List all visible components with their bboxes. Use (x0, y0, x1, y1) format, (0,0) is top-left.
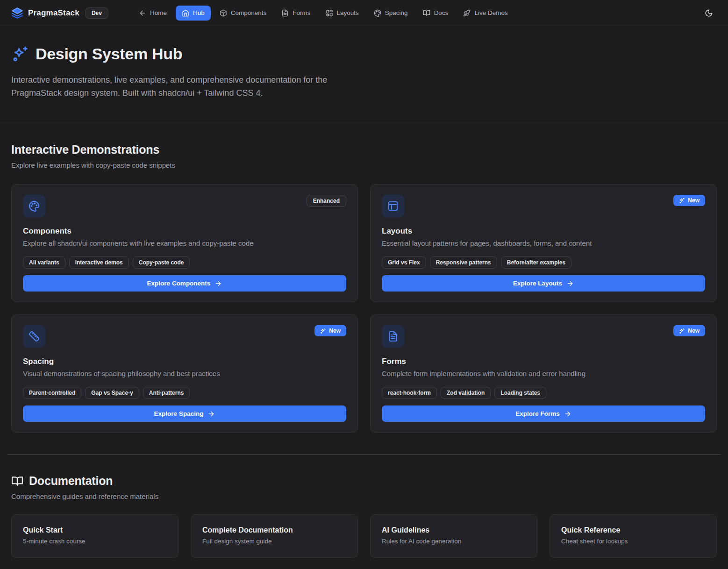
docs-grid: Quick Start 5-minute crash course Comple… (11, 514, 717, 558)
doc-card-title: Complete Documentation (202, 526, 346, 534)
sparkles-icon (320, 328, 326, 334)
nav-item-home[interactable]: Home (133, 6, 173, 21)
nav-item-layouts[interactable]: Layouts (320, 6, 365, 21)
tag: Loading states (494, 387, 546, 399)
ruler-icon (23, 325, 45, 348)
hero-section: Design System Hub Interactive demonstrat… (0, 26, 728, 123)
arrow-right-icon (214, 280, 222, 287)
docs-section-title: Documentation (29, 474, 113, 488)
tag: Gap vs Space-y (85, 387, 139, 399)
arrow-left-icon (139, 9, 146, 17)
theme-toggle-button[interactable] (701, 5, 717, 21)
sparkles-icon (679, 328, 685, 334)
nav-item-components[interactable]: Components (214, 6, 273, 21)
tag: Before/after examples (501, 256, 571, 269)
nav-item-docs[interactable]: Docs (417, 6, 455, 21)
dev-badge: Dev (85, 7, 108, 19)
demo-card-layouts: New Layouts Essential layout patterns fo… (370, 184, 717, 302)
nav-item-spacing[interactable]: Spacing (368, 6, 414, 21)
layers-logo-icon (11, 7, 23, 19)
nav-item-label: Layouts (337, 9, 359, 16)
doc-card-quick-reference[interactable]: Quick Reference Cheat sheet for lookups (550, 514, 717, 558)
tag: Interactive demos (69, 256, 129, 269)
doc-card-description: Cheat sheet for lookups (561, 538, 705, 545)
badge-label: New (688, 197, 699, 204)
button-label: Explore Layouts (513, 280, 562, 287)
tag: Grid vs Flex (382, 256, 426, 269)
book-open-icon (11, 475, 23, 487)
tag: Zod validation (441, 387, 491, 399)
doc-card-ai-guidelines[interactable]: AI Guidelines Rules for AI code generati… (370, 514, 537, 558)
demo-card-forms: New Forms Complete form implementations … (370, 314, 717, 433)
nav-item-label: Spacing (385, 9, 408, 16)
button-label: Explore Forms (515, 410, 560, 417)
card-description: Complete form implementations with valid… (382, 370, 705, 377)
card-title: Forms (382, 357, 705, 366)
nav-item-forms[interactable]: Forms (275, 6, 316, 21)
card-description: Explore all shadcn/ui components with li… (23, 239, 346, 247)
explore-components-button[interactable]: Explore Components (23, 275, 346, 292)
tag: Parent-controlled (23, 387, 81, 399)
doc-card-description: Rules for AI code generation (382, 538, 526, 545)
tag: Responsive patterns (430, 256, 497, 269)
nav-item-live-demos[interactable]: Live Demos (457, 6, 514, 21)
page-subtitle: Interactive demonstrations, live example… (11, 73, 359, 100)
home-icon (182, 9, 189, 17)
tag: Copy-paste code (133, 256, 190, 269)
card-description: Essential layout patterns for pages, das… (382, 239, 705, 247)
section-divider (7, 454, 721, 455)
doc-card-description: Full design system guide (202, 538, 346, 545)
tag: All variants (23, 256, 65, 269)
docs-section: Documentation Comprehensive guides and r… (11, 474, 717, 558)
doc-card-complete-documentation[interactable]: Complete Documentation Full design syste… (191, 514, 358, 558)
brand[interactable]: PragmaStack (11, 7, 79, 19)
badge-label: New (329, 327, 341, 334)
arrow-right-icon (564, 410, 571, 418)
new-badge: New (673, 325, 705, 336)
moon-icon (705, 9, 713, 17)
box-icon (220, 9, 227, 17)
demo-grid: Enhanced Components Explore all shadcn/u… (11, 184, 717, 433)
rocket-icon (463, 9, 471, 17)
arrow-right-icon (566, 280, 574, 287)
book-open-icon (423, 9, 430, 17)
nav-item-label: Hub (193, 9, 205, 16)
doc-card-title: AI Guidelines (382, 526, 526, 534)
card-title: Layouts (382, 227, 705, 236)
demos-section-subtitle: Explore live examples with copy-paste co… (11, 161, 717, 169)
sparkles-icon (679, 198, 685, 204)
brand-name: PragmaStack (28, 8, 79, 18)
page-title: Design System Hub (36, 45, 182, 63)
nav-item-label: Home (150, 9, 167, 16)
tag: Anti-patterns (143, 387, 190, 399)
palette-icon (23, 195, 45, 217)
main-nav: Home Hub Components Forms Layouts (133, 6, 514, 21)
file-text-icon (281, 9, 289, 17)
tag: react-hook-form (382, 387, 437, 399)
explore-forms-button[interactable]: Explore Forms (382, 405, 705, 422)
nav-item-hub[interactable]: Hub (176, 6, 211, 21)
demo-card-spacing: New Spacing Visual demonstrations of spa… (11, 314, 358, 433)
nav-item-label: Live Demos (474, 9, 507, 16)
sparkles-icon (11, 45, 29, 63)
new-badge: New (314, 325, 346, 336)
nav-item-label: Forms (293, 9, 310, 16)
doc-card-title: Quick Reference (561, 526, 705, 534)
enhanced-badge: Enhanced (307, 195, 346, 207)
navbar: PragmaStack Dev Home Hub Components Form (0, 0, 728, 26)
card-title: Spacing (23, 357, 346, 366)
demos-section-title: Interactive Demonstrations (11, 143, 717, 156)
button-label: Explore Spacing (154, 410, 204, 417)
doc-card-title: Quick Start (23, 526, 167, 534)
file-text-icon (382, 325, 404, 348)
doc-card-quick-start[interactable]: Quick Start 5-minute crash course (11, 514, 178, 558)
main-content: Interactive Demonstrations Explore live … (0, 123, 728, 558)
explore-spacing-button[interactable]: Explore Spacing (23, 405, 346, 422)
layout-grid-icon (326, 9, 333, 17)
doc-card-description: 5-minute crash course (23, 538, 167, 545)
badge-label: New (688, 327, 699, 334)
demo-card-components: Enhanced Components Explore all shadcn/u… (11, 184, 358, 302)
nav-item-label: Components (231, 9, 267, 16)
panels-top-left-icon (382, 195, 404, 217)
explore-layouts-button[interactable]: Explore Layouts (382, 275, 705, 292)
